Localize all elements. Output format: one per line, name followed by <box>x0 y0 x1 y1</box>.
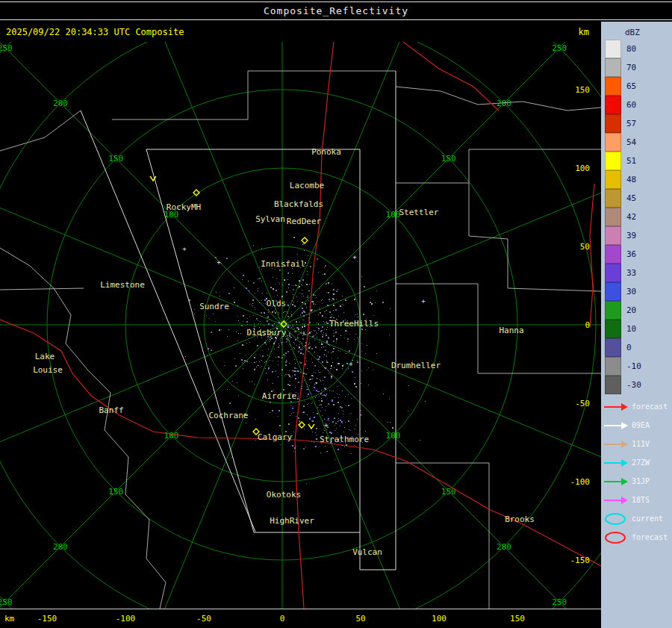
colorbar: 807065605754514845423936333020100-10-30 <box>605 40 672 394</box>
colorbar-swatch <box>605 376 621 394</box>
boundary-line <box>469 183 601 291</box>
highway-line <box>590 184 594 327</box>
axis-label-bottom: 50 <box>355 614 365 624</box>
city-label: Sylvan <box>255 214 285 224</box>
ring-distance-label: 200 <box>497 542 511 552</box>
colorbar-value: -30 <box>626 380 641 390</box>
timestamp-label: 2025/09/22 20:34:33 UTC Composite <box>6 27 184 37</box>
colorbar-value: 51 <box>626 156 636 166</box>
city-label: Lacombe <box>290 181 324 190</box>
colorbar-row: 48 <box>605 170 672 189</box>
legend-row: forecast <box>603 397 672 416</box>
legend-arrow-icon <box>603 494 629 507</box>
boundary-line <box>396 149 601 183</box>
legend-arrow-icon <box>603 438 629 451</box>
colorbar-row: 51 <box>605 152 672 170</box>
city-label: Lake <box>35 352 55 361</box>
colorbar-value: 45 <box>626 193 636 203</box>
city-label: RedDeer <box>287 217 322 226</box>
colorbar-swatch <box>605 338 621 357</box>
highway-line <box>295 440 601 566</box>
colorbar-swatch <box>605 114 621 133</box>
city-label: HighRiver <box>270 516 314 526</box>
ring-distance-label: 250 <box>552 43 567 53</box>
colorbar-swatch <box>605 170 621 189</box>
legend-ellipse-icon <box>603 512 629 526</box>
colorbar-swatch <box>605 133 621 152</box>
axis-label-bottom: 150 <box>510 614 525 624</box>
legend-label: current <box>632 514 663 523</box>
axis-label-bottom: 100 <box>432 614 447 624</box>
legend-row: forecast <box>603 528 672 547</box>
colorbar-swatch <box>605 40 621 58</box>
city-label: Stettler <box>399 208 439 217</box>
colorbar-value: 57 <box>626 119 636 128</box>
reflectivity-echoes <box>185 237 426 484</box>
colorbar-row: 70 <box>605 58 672 77</box>
axis-label-right: 0 <box>585 320 590 330</box>
colorbar-row: 39 <box>605 226 672 245</box>
colorbar-value: 60 <box>626 100 636 110</box>
boundary-line <box>0 288 84 290</box>
legend-row: 31JP <box>603 472 672 491</box>
ring-distance-label: 200 <box>53 99 68 108</box>
km-unit-bottom-label: km <box>4 614 14 624</box>
legend-label: forecast <box>632 533 668 541</box>
axis-label-right: -50 <box>575 399 590 408</box>
highway-line <box>403 42 499 111</box>
colorbar-value: 65 <box>626 81 636 91</box>
colorbar-unit-label: dBZ <box>625 28 672 37</box>
colorbar-swatch <box>605 208 621 226</box>
legend-row: current <box>603 509 672 528</box>
legend-label: forecast <box>632 402 668 411</box>
radar-display[interactable]: 1001001001001501501501502002002002002502… <box>0 42 601 609</box>
colorbar-swatch <box>605 357 621 376</box>
azimuth-line <box>0 325 282 479</box>
legend-arrow-icon <box>603 456 629 470</box>
km-unit-top-label: km <box>579 27 589 37</box>
colorbar-swatch <box>605 152 621 170</box>
boundary-line <box>0 248 166 609</box>
scan-sector-outline <box>81 111 255 532</box>
colorbar-value: 30 <box>626 287 636 296</box>
colorbar-row: 42 <box>605 208 672 226</box>
colorbar-row: 20 <box>605 301 672 320</box>
axis-label-bottom: -50 <box>196 614 211 624</box>
colorbar-value: 70 <box>626 63 636 72</box>
colorbar-value: 33 <box>626 268 636 278</box>
city-label: Blackfalds <box>274 199 323 209</box>
legend-row: 09EA <box>603 416 672 435</box>
colorbar-value: 36 <box>626 249 636 259</box>
azimuth-line <box>282 325 601 479</box>
point-mark: + <box>352 253 357 261</box>
colorbar-swatch <box>605 264 621 282</box>
colorbar-value: 42 <box>626 212 636 222</box>
colorbar-row: 54 <box>605 133 672 152</box>
city-label: RockyMH <box>167 202 201 212</box>
radar-canvas[interactable]: 1001001001001501501501502002002002002502… <box>0 42 601 609</box>
legend-ellipse-icon <box>603 531 629 544</box>
city-label: Airdrie <box>262 391 296 401</box>
colorbar-value: 54 <box>626 137 636 147</box>
colorbar-value: 39 <box>626 231 636 240</box>
ring-distance-label: 250 <box>552 597 567 607</box>
ring-distance-label: 150 <box>441 154 456 164</box>
axis-label-bottom: -100 <box>116 614 136 624</box>
boundary-line <box>0 111 81 151</box>
colorbar-row: 57 <box>605 114 672 133</box>
azimuth-line <box>128 325 282 609</box>
city-label: Okotoks <box>267 490 301 500</box>
legend: forecast09EA111V27ZW31JP18TScurrentforec… <box>603 397 672 547</box>
colorbar-value: 0 <box>626 343 632 352</box>
colorbar-swatch <box>605 301 621 320</box>
colorbar-row: -10 <box>605 357 672 376</box>
bottom-axis: km -150-100-50050100150 <box>0 609 601 628</box>
legend-arrow-icon <box>603 400 629 414</box>
city-label: Didsbury <box>247 328 287 338</box>
city-label: Limestone <box>100 280 145 290</box>
point-mark: + <box>217 258 221 266</box>
ring-distance-label: 250 <box>0 43 13 53</box>
colorbar-swatch <box>605 320 621 338</box>
legend-label: 31JP <box>632 477 650 485</box>
axis-label-right: -100 <box>570 477 591 487</box>
